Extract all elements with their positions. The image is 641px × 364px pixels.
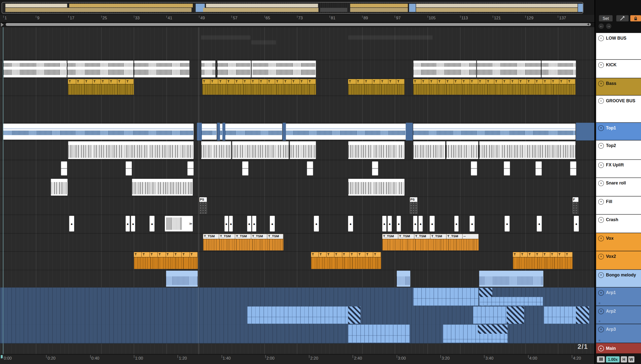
track-header-crash[interactable]: ▾Crash — [596, 214, 641, 233]
clip-crash[interactable]: ◆ — [126, 216, 130, 232]
arrangement-overview[interactable] — [2, 2, 584, 14]
clip-top1[interactable] — [225, 124, 282, 140]
lane-crash[interactable]: ◆◆◆◆≫◆◆◆◆◆◆◆◆◆◆◆◆◆◆◆◆◆◆ — [0, 214, 594, 233]
clip-crash[interactable]: ◆ — [247, 216, 251, 232]
group-icon[interactable]: ≡ — [598, 98, 604, 104]
clip-midi[interactable] — [544, 306, 576, 324]
clip-fx[interactable] — [188, 162, 194, 176]
track-header-vox[interactable]: ▾Vox — [596, 233, 641, 251]
clip-stripe[interactable] — [232, 142, 289, 159]
lane-snare-roll[interactable] — [0, 178, 594, 197]
automation-lanes-icon[interactable]: ≡ — [599, 338, 601, 342]
scrollbar-handle[interactable] — [6, 23, 591, 26]
clip-crash[interactable]: ◆ — [574, 216, 579, 232]
clip-fx[interactable] — [61, 162, 67, 176]
clip-stripe[interactable] — [479, 142, 576, 159]
track-header-main[interactable]: ▸Main — [596, 343, 641, 354]
clip-wavedense[interactable] — [476, 61, 541, 78]
clip-ghost[interactable] — [348, 36, 432, 40]
fold-icon[interactable]: ▾ — [598, 236, 604, 242]
clip-wavedense[interactable] — [217, 61, 251, 78]
clip-audioblue[interactable] — [166, 270, 198, 287]
clip-stripe[interactable] — [446, 142, 478, 159]
clip-voxgrp[interactable]: T_TSMT_TSMT_TSMT_TSMT_TSM — [203, 234, 283, 250]
fold-icon[interactable]: ▾ — [598, 143, 604, 149]
lane-bass[interactable]: TTTTTTTTTTTTTTTTTTTTTTTTTTTTTTTTTTTTTTTT… — [0, 78, 594, 96]
fold-icon[interactable]: ▾ — [598, 326, 604, 332]
fold-icon[interactable]: ▾ — [598, 272, 604, 278]
clip-ps[interactable]: PS — [200, 198, 207, 214]
fold-icon[interactable]: ▾ — [598, 62, 604, 68]
clip-vox2grp[interactable]: TTTTTTTT — [134, 252, 198, 269]
fold-icon[interactable]: ▾ — [598, 217, 604, 223]
lane-arp3[interactable] — [0, 324, 594, 344]
automation-lanes-icon[interactable]: ≡ — [599, 302, 601, 305]
clip-crash[interactable]: ◆ — [396, 216, 401, 232]
clip-crash[interactable]: ◆ — [454, 216, 458, 232]
track-header-top1[interactable]: ▾Top1 — [596, 123, 641, 140]
clip-stripe[interactable] — [68, 142, 194, 159]
clip-fx[interactable] — [126, 162, 132, 176]
clip-midi[interactable] — [247, 306, 348, 324]
clip-wavedense[interactable] — [134, 61, 189, 78]
clip-crash[interactable]: ◆ — [430, 216, 434, 232]
lane-top1[interactable] — [0, 123, 594, 141]
clip-crash[interactable]: ◆ — [470, 216, 475, 232]
track-header-fill[interactable]: ▾Fill — [596, 196, 641, 214]
clip-bluesel[interactable] — [222, 123, 225, 140]
clip-vox2grp[interactable]: TTTTTTTT — [513, 252, 572, 269]
clip-crash[interactable]: ◆ — [413, 216, 418, 232]
lane-arp1[interactable] — [0, 288, 594, 306]
track-header-groove-bus[interactable]: ≡GROOVE BUS — [596, 96, 641, 123]
clip-goldgrp[interactable]: TTTTTTT — [348, 79, 405, 95]
clip-midi[interactable] — [348, 324, 410, 343]
lane-fill[interactable]: PSPSF — [0, 196, 594, 215]
clip-top1[interactable] — [220, 124, 222, 140]
lane-main[interactable] — [0, 343, 594, 354]
clip-midi[interactable] — [479, 297, 543, 306]
clip-top1[interactable] — [202, 124, 217, 140]
clip-midi[interactable] — [413, 288, 478, 306]
clip-crash[interactable]: ◆ — [150, 216, 154, 232]
track-header-bass[interactable]: ▾Bass — [596, 78, 641, 96]
clip-goldgrp[interactable]: TTTTTTTTTTTTTTTTTTTT — [413, 79, 576, 95]
clip-ghost[interactable] — [201, 36, 250, 40]
clip-bluesel[interactable] — [282, 123, 286, 140]
clip-crash[interactable]: ◆ — [69, 216, 74, 232]
clip-wavedense[interactable] — [251, 61, 316, 78]
clip-ps[interactable]: F — [572, 198, 578, 214]
clip-top1[interactable] — [3, 124, 194, 140]
fold-icon[interactable]: ▾ — [598, 81, 604, 86]
fold-icon[interactable]: ▾ — [598, 308, 604, 314]
group-icon[interactable]: ≡ — [598, 36, 604, 41]
track-header-arp2[interactable]: ▾Arp2≡ — [596, 306, 641, 324]
clip-stripe[interactable] — [132, 179, 193, 196]
time-ruler[interactable]: 0:000:200:401:001:201:402:002:202:403:00… — [0, 354, 594, 364]
track-header-kick[interactable]: ▾KICK — [596, 60, 641, 78]
clip-fx[interactable] — [504, 162, 510, 176]
clip-crash[interactable]: ◆ — [388, 216, 392, 232]
lane-vox2[interactable]: TTTTTTTTTTTTTTTTTTTTTTTTT — [0, 251, 594, 270]
fold-icon[interactable]: ▸ — [598, 346, 604, 352]
clip-fx[interactable] — [536, 162, 542, 176]
clip-midi[interactable] — [443, 334, 508, 343]
clip-ghost[interactable] — [251, 40, 276, 44]
fold-icon[interactable]: ▾ — [598, 180, 604, 186]
clip-crash[interactable]: ◆ — [382, 216, 386, 232]
clip-hatch[interactable] — [507, 306, 524, 324]
fold-icon[interactable]: ▾ — [598, 199, 604, 205]
track-header-arp3[interactable]: ▾Arp3≡ — [596, 324, 641, 343]
clip-midi[interactable] — [473, 306, 507, 324]
track-header-vox2[interactable]: ▾Vox2 — [596, 251, 641, 270]
clip-fx[interactable] — [242, 162, 248, 176]
fold-icon[interactable]: ▾ — [598, 254, 604, 260]
clip-fx[interactable] — [471, 162, 477, 176]
clip-stripe[interactable] — [348, 179, 405, 196]
clip-crash[interactable]: ◆ — [252, 216, 256, 232]
clip-bluesel[interactable] — [576, 123, 594, 140]
lane-groove-bus[interactable] — [0, 96, 594, 123]
clip-stripe[interactable] — [51, 179, 68, 196]
zoom-width-button[interactable]: W — [628, 356, 634, 362]
clip-stripe[interactable] — [348, 142, 405, 159]
track-header-bongo-melody[interactable]: ▾Bongo melody — [596, 270, 641, 288]
